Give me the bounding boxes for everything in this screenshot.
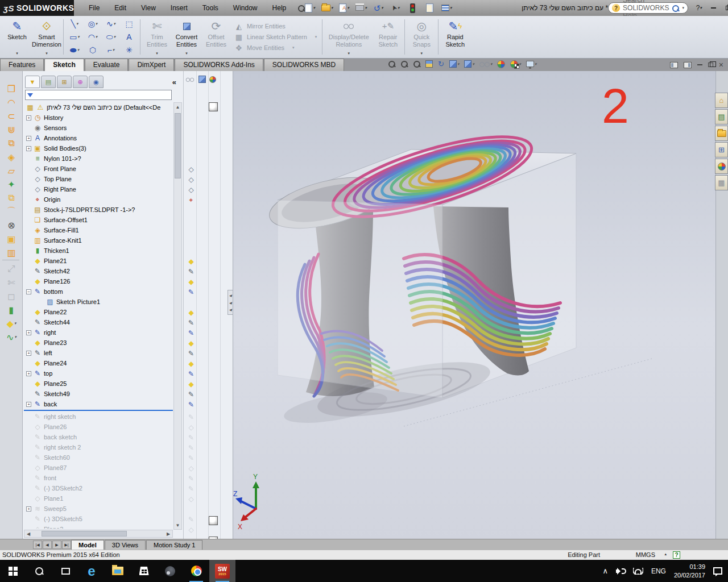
minimize-button[interactable] xyxy=(708,3,720,13)
display-delete-dropdown-icon[interactable]: ▾ xyxy=(348,51,350,56)
configurationmanager-tab[interactable]: ⊞ xyxy=(57,76,72,88)
tree-item-thicken1[interactable]: ▮Thicken1 xyxy=(24,246,173,256)
tree-item-surface-offset1[interactable]: ❏Surface-Offset1 xyxy=(24,215,173,225)
tree-vertical-scrollbar[interactable]: ▲ ▼ xyxy=(173,102,182,530)
tree-item-right[interactable]: +✎right xyxy=(24,327,173,338)
display-mode-column-icon[interactable] xyxy=(198,76,206,83)
tree-item-top[interactable]: +✎top xyxy=(24,368,173,379)
tab-solidworks-add-ins[interactable]: SOLIDWORKS Add-Ins xyxy=(175,59,263,71)
planar-surface-icon[interactable]: ▱ xyxy=(2,164,20,177)
filled-surface-icon[interactable]: ◈ xyxy=(2,151,20,163)
trim-entities-button[interactable]: ✄ Trim Entities ▾ xyxy=(142,17,172,57)
tree-item-stock-j-7sldprt-sldprt-1-[interactable]: ▤Stock-j-7SLDPRT.SLDPRT -1->? xyxy=(24,205,173,215)
zoom-to-fit-icon[interactable] xyxy=(388,60,395,68)
show-hidden-icons[interactable]: ∧ xyxy=(602,567,608,575)
tree-item-left[interactable]: +✎left xyxy=(24,348,173,358)
offset-surface-icon[interactable]: ⧉ xyxy=(2,192,20,204)
tree-item-plane25[interactable]: ◆Plane25 xyxy=(24,379,173,389)
properties-icon[interactable] xyxy=(423,2,436,14)
menu-help[interactable]: Help xyxy=(266,2,293,14)
tree-item-sensors[interactable]: ◉Sensors xyxy=(24,123,173,133)
language-indicator[interactable]: ENG xyxy=(651,567,666,575)
quick-snaps-button[interactable]: ◎ Quick Snaps ▾ xyxy=(407,17,436,57)
thicken-icon[interactable]: ▮ xyxy=(2,304,20,316)
trim-surface-icon[interactable]: ✄ xyxy=(2,276,20,289)
expand-plus-icon[interactable]: + xyxy=(26,371,31,376)
doc-minimize-button[interactable] xyxy=(697,64,702,65)
featuremanager-tab[interactable]: ▼ xyxy=(25,76,40,88)
doc-tab-model[interactable]: Model xyxy=(71,540,104,550)
slot-icon[interactable]: ⬬▾ xyxy=(65,44,84,57)
view-settings-icon[interactable]: ▾ xyxy=(526,61,537,67)
polygon-icon[interactable]: ⬡ xyxy=(84,44,102,57)
scroll-down-icon[interactable]: ▼ xyxy=(174,521,181,529)
tree-item-back-sketch[interactable]: ✎back sketch xyxy=(24,432,173,442)
tree-item-right-sketch[interactable]: ✎right sketch xyxy=(24,411,173,422)
tree-item-surface-knit1[interactable]: ▥Surface-Knit1 xyxy=(24,235,173,246)
panel-splitter-handle[interactable]: ◀◀◀ xyxy=(228,290,233,315)
tree-horizontal-scrollbar[interactable]: ◀ ▶ xyxy=(24,530,173,538)
hscrollbar-thumb[interactable] xyxy=(42,531,127,537)
edit-appearance-icon[interactable] xyxy=(497,60,505,68)
tree-item-plane24[interactable]: ◆Plane24 xyxy=(24,358,173,368)
untrim-surface-icon[interactable]: ◻ xyxy=(2,290,20,302)
tree-item-annotations[interactable]: +AAnnotations xyxy=(24,133,173,143)
smart-dimension-button[interactable]: ⟐ Smart Dimension ▾ xyxy=(32,17,61,57)
tree-item-plane22[interactable]: ◆Plane22 xyxy=(24,307,173,317)
design-library-icon[interactable]: ▤ xyxy=(715,109,728,124)
expand-minus-icon[interactable]: − xyxy=(26,289,31,294)
tree-item-sweep5[interactable]: +≋Sweep5 xyxy=(24,504,173,514)
left-pane-icon[interactable] xyxy=(670,62,678,68)
solidworks-resources-icon[interactable]: ⌂ xyxy=(715,93,728,108)
displaymanager-tab[interactable]: ◉ xyxy=(89,76,104,88)
wifi-icon[interactable] xyxy=(633,568,643,575)
circle-icon[interactable]: ◎▾ xyxy=(84,18,102,31)
expand-plus-icon[interactable]: + xyxy=(26,402,31,407)
open-icon[interactable]: ▾ xyxy=(320,2,334,14)
tree-item-origin[interactable]: ⌖Origin xyxy=(24,194,173,205)
tree-item--3dsketch5[interactable]: ✎(-) 3DSketch5 xyxy=(24,514,173,524)
menu-edit[interactable]: Edit xyxy=(107,2,133,14)
tree-filter-input[interactable] xyxy=(25,90,172,100)
linear-sketch-pattern-button[interactable]: ▦Linear Sketch Pattern▾ xyxy=(234,33,317,41)
rectangle-icon[interactable]: ▭▾ xyxy=(65,31,84,44)
expand-plus-icon[interactable]: + xyxy=(26,115,31,120)
trim-dropdown-icon[interactable]: ▾ xyxy=(156,51,158,56)
ellipse-icon[interactable]: ⬭▾ xyxy=(102,31,120,44)
start-button[interactable] xyxy=(0,560,26,582)
appearance-sphere-icon[interactable] xyxy=(209,516,218,525)
scroll-right-icon[interactable]: ▶ xyxy=(164,531,172,537)
hide-show-items-icon[interactable]: ▾ xyxy=(479,62,493,66)
expand-plus-icon[interactable]: + xyxy=(26,351,31,356)
tree-item-nylon-101-[interactable]: ≡Nylon 101->? xyxy=(24,153,173,164)
replace-face-icon[interactable]: ▣ xyxy=(2,232,20,245)
tree-item-history[interactable]: +◷History xyxy=(24,113,173,123)
line-icon[interactable]: ╲▾ xyxy=(65,18,84,31)
rapid-sketch-button[interactable]: ✎ϟ Rapid Sketch xyxy=(440,17,470,57)
scroll-left-icon[interactable]: ◀ xyxy=(24,531,32,537)
undo-icon[interactable]: ↺▾ xyxy=(371,2,385,14)
boundary-surface-icon[interactable]: ⧉ xyxy=(2,137,20,149)
clock[interactable]: 01:39 20/02/2017 xyxy=(674,563,705,579)
ruled-surface-icon[interactable]: ⌒ xyxy=(2,205,20,218)
freeform-icon[interactable]: ✦ xyxy=(2,178,20,190)
curves-icon[interactable]: ∿▾ xyxy=(2,331,20,343)
tree-item-surface-fill1[interactable]: ◈Surface-Fill1 xyxy=(24,225,173,235)
quick-snaps-dropdown-icon[interactable]: ▾ xyxy=(421,51,423,56)
tree-item-sketch-picture1[interactable]: ▨Sketch Picture1 xyxy=(24,297,173,307)
expand-plus-icon[interactable]: + xyxy=(26,146,31,151)
tab-features[interactable]: Features xyxy=(0,59,44,71)
doc-tab-3d-views[interactable]: 3D Views xyxy=(105,540,146,550)
menu-view[interactable]: View xyxy=(134,2,163,14)
restore-button[interactable] xyxy=(722,3,728,13)
select-icon[interactable]: ➤▾ xyxy=(388,2,402,14)
tab-evaluate[interactable]: Evaluate xyxy=(85,59,129,71)
move-entities-button[interactable]: ✥Move Entities▾ xyxy=(234,44,317,52)
extruded-surface-icon[interactable]: ❒ xyxy=(2,82,20,95)
spline-icon[interactable]: ∿▾ xyxy=(102,18,120,31)
tree-item-plane2[interactable]: ◇Plane2 xyxy=(24,524,173,529)
units-selector[interactable]: MMGS xyxy=(636,551,655,558)
tree-item-plane26[interactable]: ◇Plane26 xyxy=(24,422,173,432)
tree-item-plane87[interactable]: ◇Plane87 xyxy=(24,463,173,473)
chrome-icon[interactable] xyxy=(183,560,209,582)
